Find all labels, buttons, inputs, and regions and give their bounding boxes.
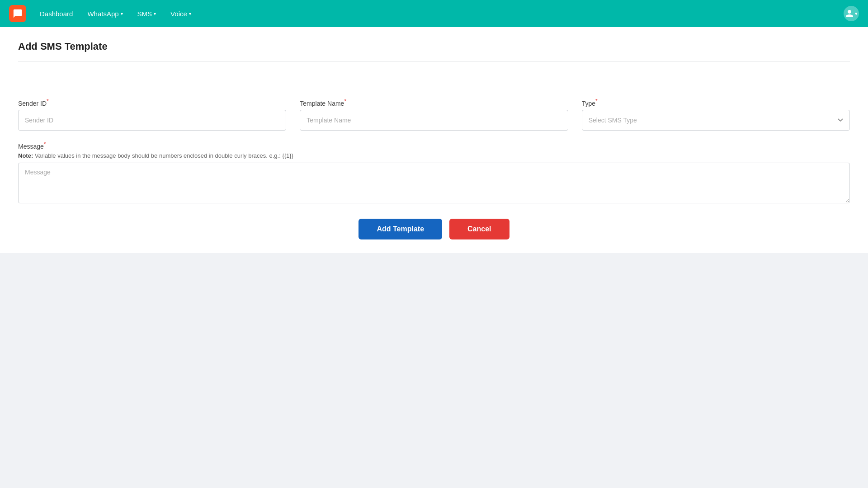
navbar: Dashboard WhatsApp ▾ SMS ▾ Voice ▾ ▾ — [0, 0, 868, 27]
nav-dashboard[interactable]: Dashboard — [34, 6, 78, 21]
message-required: * — [44, 141, 46, 148]
message-label: Message* — [18, 143, 46, 150]
user-dropdown-icon: ▾ — [855, 11, 858, 17]
type-label: Type* — [582, 98, 850, 107]
message-textarea[interactable] — [18, 163, 850, 203]
sender-id-input[interactable] — [18, 110, 286, 131]
template-name-required: * — [344, 98, 346, 104]
template-name-input[interactable] — [300, 110, 568, 131]
bottom-area — [0, 253, 868, 488]
nav-whatsapp[interactable]: WhatsApp ▾ — [82, 6, 128, 21]
page-title: Add SMS Template — [18, 41, 850, 52]
add-template-button[interactable]: Add Template — [359, 219, 442, 239]
message-section: Message* Note: Variable values in the me… — [18, 141, 850, 206]
form-section: Sender ID* Template Name* Type* Select S… — [0, 84, 868, 253]
whatsapp-dropdown-icon: ▾ — [121, 11, 123, 16]
type-required: * — [595, 98, 598, 104]
navbar-right: ▾ — [844, 6, 859, 21]
template-name-group: Template Name* — [300, 98, 568, 131]
template-name-label: Template Name* — [300, 98, 568, 107]
sms-dropdown-icon: ▾ — [154, 11, 156, 16]
cancel-button[interactable]: Cancel — [449, 219, 509, 239]
message-label-row: Message* — [18, 141, 850, 151]
message-note: Note: Variable values in the message bod… — [18, 152, 850, 159]
nav-sms[interactable]: SMS ▾ — [132, 6, 162, 21]
button-row: Add Template Cancel — [18, 219, 850, 239]
sender-id-required: * — [47, 98, 49, 104]
form-row-1: Sender ID* Template Name* Type* Select S… — [18, 98, 850, 131]
sms-type-select[interactable]: Select SMS Type Promotional Transactiona… — [582, 110, 850, 131]
nav-voice[interactable]: Voice ▾ — [165, 6, 197, 21]
header-divider — [18, 61, 850, 62]
sender-id-group: Sender ID* — [18, 98, 286, 131]
voice-dropdown-icon: ▾ — [189, 11, 191, 16]
type-group: Type* Select SMS Type Promotional Transa… — [582, 98, 850, 131]
user-menu[interactable]: ▾ — [844, 6, 859, 21]
page-header: Add SMS Template — [0, 27, 868, 84]
app-logo[interactable] — [9, 5, 26, 22]
sender-id-label: Sender ID* — [18, 98, 286, 107]
